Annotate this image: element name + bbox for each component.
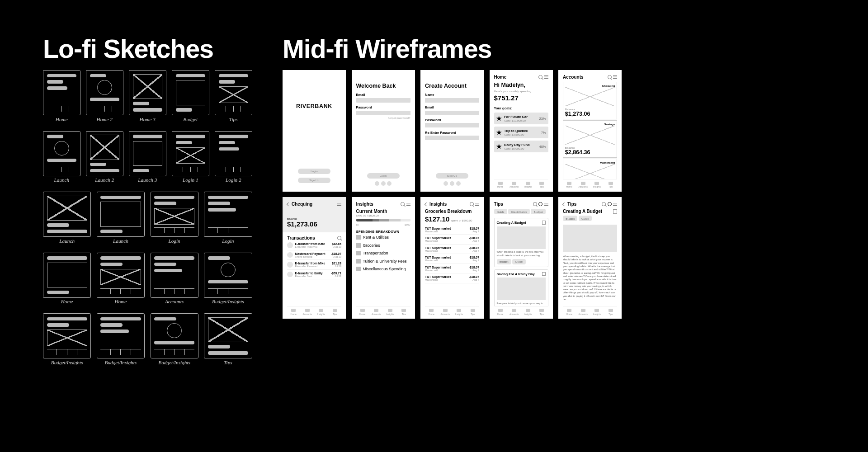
transaction-row[interactable]: T&T SupermarketMastercard-$18.07Aug 7 <box>425 264 479 274</box>
password-input[interactable] <box>425 123 479 127</box>
nav-item[interactable]: Home <box>494 309 507 315</box>
transaction-row[interactable]: E-transfer to EmilyE-transfer Sent-$59.7… <box>287 270 341 280</box>
menu-icon[interactable] <box>406 202 410 206</box>
filter-chip[interactable]: Guide <box>494 209 507 214</box>
transaction-row[interactable]: T&T SupermarketMastercard-$18.07Aug 7 <box>425 235 479 245</box>
menu-icon[interactable] <box>544 75 548 79</box>
signup-submit-button[interactable]: Sign Up <box>436 173 468 179</box>
transaction-row[interactable]: T&T SupermarketMastercard-$18.07Aug 7 <box>425 254 479 264</box>
login-button[interactable]: Login <box>298 169 330 174</box>
social-icon[interactable] <box>450 181 454 186</box>
account-card[interactable]: Mastercard**** **** **** 1234Balance$751… <box>563 159 617 179</box>
reenter-password-input[interactable] <box>425 136 479 140</box>
search-icon[interactable] <box>337 236 341 240</box>
tip-card[interactable]: Saving For A Rainy DayEveryone is told y… <box>494 269 548 306</box>
goal-item[interactable]: For Future CarGoal: $10,000.0023% <box>494 113 548 124</box>
bookmark-icon[interactable] <box>542 221 546 225</box>
nav-item[interactable]: Accounts <box>370 309 382 315</box>
nav-item[interactable]: Insights <box>522 182 534 188</box>
login-submit-button[interactable]: Login <box>367 173 400 179</box>
menu-icon[interactable] <box>337 202 341 206</box>
nav-item[interactable]: Tips <box>535 309 548 315</box>
social-icon[interactable] <box>443 181 448 186</box>
nav-item[interactable]: Insights <box>384 309 396 315</box>
search-icon[interactable] <box>602 202 606 206</box>
signup-button[interactable]: Sign Up <box>298 178 330 184</box>
tag-chip[interactable]: Budget <box>497 259 511 264</box>
nav-item[interactable]: Tips <box>604 182 617 188</box>
password-input[interactable] <box>356 111 410 115</box>
category-row[interactable]: Tuition & University Fees <box>356 257 410 265</box>
category-row[interactable]: Rent & Utilities <box>356 234 410 242</box>
search-icon[interactable] <box>533 202 537 206</box>
nav-item[interactable]: Home <box>563 182 576 188</box>
lofi-sketch <box>97 253 145 298</box>
social-icon[interactable] <box>387 181 392 186</box>
nav-item[interactable]: Tips <box>535 182 548 188</box>
category-row[interactable]: Groceries <box>356 241 410 250</box>
social-icon[interactable] <box>456 181 461 186</box>
filter-chip[interactable]: Credit Cards <box>508 209 530 214</box>
nav-item[interactable]: Tips <box>604 309 617 315</box>
tip-card[interactable]: Creating A BudgetWhen creating a budget,… <box>494 218 548 267</box>
transaction-row[interactable]: T&T SupermarketMastercard-$18.07Aug 7 <box>425 225 479 235</box>
category-row[interactable]: Transportation <box>356 250 410 258</box>
nav-item[interactable]: Insights <box>453 309 465 315</box>
nav-item[interactable]: Accounts <box>508 182 520 188</box>
tag-chip[interactable]: Guide <box>512 259 525 264</box>
nav-item[interactable]: Home <box>494 182 507 188</box>
goal-item[interactable]: Rainy Day FundGoal: $5,000.0048% <box>494 141 548 152</box>
transaction-row[interactable]: Mastercard PaymentOnline Banking-$18.07A… <box>287 250 341 260</box>
nav-item[interactable]: Accounts <box>439 309 452 315</box>
social-icon[interactable] <box>381 181 386 186</box>
menu-icon[interactable] <box>613 202 617 206</box>
menu-icon[interactable] <box>544 202 548 206</box>
bookmark-icon[interactable] <box>542 272 546 276</box>
nav-item[interactable]: Home <box>287 309 300 315</box>
nav-item[interactable]: Tips <box>329 309 341 315</box>
search-icon[interactable] <box>401 202 405 206</box>
theme-icon[interactable] <box>538 202 542 206</box>
name-input[interactable] <box>425 98 479 103</box>
transaction-row[interactable]: E-transfer from MikeE-transfer Received$… <box>287 260 341 270</box>
search-icon[interactable] <box>470 202 474 206</box>
nav-item[interactable]: Insights <box>315 309 327 315</box>
back-icon[interactable] <box>425 202 429 206</box>
forgot-password-link[interactable]: Forgot password? <box>356 116 410 119</box>
transaction-row[interactable]: E-transfer from KateE-transfer Received$… <box>287 240 341 250</box>
account-card[interactable]: ChequingBalance$1,273.06 <box>563 82 617 119</box>
filter-chip[interactable]: Budget <box>531 209 545 214</box>
transaction-row[interactable]: T&T SupermarketMastercard-$18.07Aug 7 <box>425 273 479 283</box>
bookmark-icon[interactable] <box>613 209 617 214</box>
nav-item[interactable]: Accounts <box>577 309 590 315</box>
tip-body: When creating a budget, the first step y… <box>563 255 617 301</box>
goal-item[interactable]: Trip to QuebecGoal: $3,500.007% <box>494 127 548 138</box>
nav-item[interactable]: Accounts <box>301 309 314 315</box>
tag-chip[interactable]: Guide <box>579 216 592 221</box>
theme-icon[interactable] <box>608 202 612 206</box>
back-icon[interactable] <box>562 202 566 206</box>
email-input[interactable] <box>425 111 479 115</box>
nav-item[interactable]: Accounts <box>577 182 590 188</box>
search-icon[interactable] <box>538 75 542 79</box>
category-row[interactable]: Miscellaneous Spending <box>356 265 410 273</box>
menu-icon[interactable] <box>475 202 479 206</box>
nav-item[interactable]: Tips <box>467 309 479 315</box>
email-input[interactable] <box>356 98 410 103</box>
back-icon[interactable] <box>287 202 291 206</box>
nav-item[interactable]: Insights <box>590 182 603 188</box>
nav-item[interactable]: Insights <box>590 309 603 315</box>
tag-chip[interactable]: Budget <box>563 216 577 221</box>
search-icon[interactable] <box>608 75 612 79</box>
transaction-row[interactable]: T&T SupermarketMastercard-$18.07Aug 7 <box>425 245 479 254</box>
lofi-sketch <box>204 192 252 237</box>
menu-icon[interactable] <box>613 75 617 79</box>
account-card[interactable]: SavingsBalance$2,864.36 <box>563 120 617 158</box>
nav-item[interactable]: Home <box>425 309 438 315</box>
nav-item[interactable]: Home <box>563 309 576 315</box>
nav-item[interactable]: Accounts <box>508 309 520 315</box>
nav-item[interactable]: Insights <box>522 309 534 315</box>
social-icon[interactable] <box>375 181 379 186</box>
nav-item[interactable]: Tips <box>397 309 410 315</box>
nav-item[interactable]: Home <box>356 309 369 315</box>
